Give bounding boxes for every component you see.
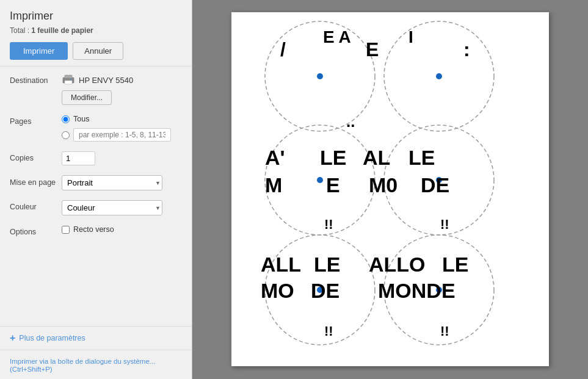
svg-rect-3 xyxy=(71,79,72,80)
system-dialog-link[interactable]: Imprimer via la boîte de dialogue du sys… xyxy=(10,358,155,365)
panel-title: Imprimer xyxy=(10,10,182,23)
preview-panel: / E A E I : .. A' LE AL LE M xyxy=(192,0,588,379)
action-buttons: Imprimer Annuler xyxy=(10,42,182,60)
print-button[interactable]: Imprimer xyxy=(10,42,68,60)
copies-input[interactable] xyxy=(62,151,95,165)
destination-area: HP ENVY 5540 Modifier... xyxy=(62,74,182,105)
radio-all-label: Tous xyxy=(73,115,89,123)
svg-text:..: .. xyxy=(346,112,355,131)
svg-text:LE: LE xyxy=(320,146,346,169)
svg-text:LE: LE xyxy=(314,253,340,276)
svg-text:!!: !! xyxy=(324,217,333,232)
layout-area: Portrait Paysage xyxy=(62,175,182,190)
radio-all[interactable] xyxy=(62,115,70,123)
shortcut-text: (Ctrl+Shift+P) xyxy=(10,366,182,373)
custom-pages-input[interactable] xyxy=(73,128,171,142)
more-settings-label: Plus de paramètres xyxy=(19,334,85,342)
more-settings-row[interactable]: + Plus de paramètres xyxy=(0,326,192,350)
plus-icon: + xyxy=(10,333,15,344)
radio-group: Tous xyxy=(62,115,182,142)
svg-text:ALLO: ALLO xyxy=(369,253,426,276)
recto-verso-row: Recto verso xyxy=(62,225,182,234)
svg-text:LE: LE xyxy=(442,253,468,276)
svg-rect-1 xyxy=(65,75,72,78)
preview-content: / E A E I : .. A' LE AL LE M xyxy=(231,12,549,366)
svg-text:E: E xyxy=(366,38,379,60)
copies-area xyxy=(62,151,182,165)
svg-text:!!: !! xyxy=(440,217,449,232)
panel-body: Destination HP ENVY 5540 Modifier... xyxy=(0,67,192,326)
svg-point-6 xyxy=(317,73,323,79)
svg-text:A': A' xyxy=(265,146,285,169)
color-select-wrapper: Couleur Noir et blanc xyxy=(62,200,165,215)
svg-rect-2 xyxy=(65,81,72,84)
pages-row: Pages Tous xyxy=(10,115,182,142)
svg-text:DE: DE xyxy=(311,279,339,302)
svg-point-7 xyxy=(436,73,442,79)
print-panel: Imprimer Total : 1 feuille de papier Imp… xyxy=(0,0,192,379)
svg-text:I: I xyxy=(408,27,413,46)
panel-header: Imprimer Total : 1 feuille de papier Imp… xyxy=(0,0,192,67)
options-label: Options xyxy=(10,225,62,236)
recto-verso-checkbox[interactable] xyxy=(62,226,70,234)
copies-label: Copies xyxy=(10,151,62,162)
color-row: Couleur Couleur Noir et blanc xyxy=(10,200,182,215)
panel-footer: Imprimer via la boîte de dialogue du sys… xyxy=(0,350,192,379)
color-label: Couleur xyxy=(10,200,62,211)
printer-row: HP ENVY 5540 xyxy=(62,74,182,87)
radio-all-item: Tous xyxy=(62,115,182,123)
destination-row: Destination HP ENVY 5540 Modifier... xyxy=(10,74,182,105)
color-area: Couleur Noir et blanc xyxy=(62,200,182,215)
svg-text:E: E xyxy=(326,173,340,197)
printer-icon xyxy=(62,74,75,87)
layout-select-wrapper: Portrait Paysage xyxy=(62,175,165,190)
svg-text:LE: LE xyxy=(408,146,435,169)
radio-custom-item xyxy=(62,128,182,142)
options-row: Options Recto verso xyxy=(10,225,182,236)
radio-custom[interactable] xyxy=(62,131,70,139)
modifier-button[interactable]: Modifier... xyxy=(62,90,112,105)
svg-point-16 xyxy=(317,177,323,183)
svg-text:MONDE: MONDE xyxy=(378,279,456,302)
layout-row: Mise en page Portrait Paysage xyxy=(10,175,182,190)
svg-text:/: / xyxy=(280,38,286,60)
pages-area: Tous xyxy=(62,115,182,142)
svg-text:!!: !! xyxy=(324,323,333,339)
copies-row: Copies xyxy=(10,151,182,165)
svg-text:!!: !! xyxy=(440,323,449,339)
svg-text:AL: AL xyxy=(363,146,390,169)
options-area: Recto verso xyxy=(62,225,182,234)
printer-name: HP ENVY 5540 xyxy=(79,76,133,85)
layout-select[interactable]: Portrait Paysage xyxy=(62,175,162,190)
pages-label: Pages xyxy=(10,115,62,126)
color-select[interactable]: Couleur Noir et blanc xyxy=(62,200,162,215)
svg-text:E A: E A xyxy=(323,27,351,46)
cancel-button[interactable]: Annuler xyxy=(73,42,123,60)
svg-text:ALL: ALL xyxy=(261,253,301,276)
preview-svg: / E A E I : .. A' LE AL LE M xyxy=(231,12,549,366)
svg-text:M: M xyxy=(265,173,282,197)
svg-text::: : xyxy=(463,38,470,60)
destination-label: Destination xyxy=(10,74,62,85)
system-dialog-link-wrapper[interactable]: Imprimer via la boîte de dialogue du sys… xyxy=(10,356,182,366)
svg-text:MO: MO xyxy=(261,279,294,302)
layout-label: Mise en page xyxy=(10,175,62,187)
recto-verso-label: Recto verso xyxy=(73,225,114,234)
svg-text:DE: DE xyxy=(421,173,449,197)
panel-total: Total : 1 feuille de papier xyxy=(10,26,182,35)
page-preview: / E A E I : .. A' LE AL LE M xyxy=(231,12,549,366)
svg-text:M0: M0 xyxy=(369,173,397,197)
